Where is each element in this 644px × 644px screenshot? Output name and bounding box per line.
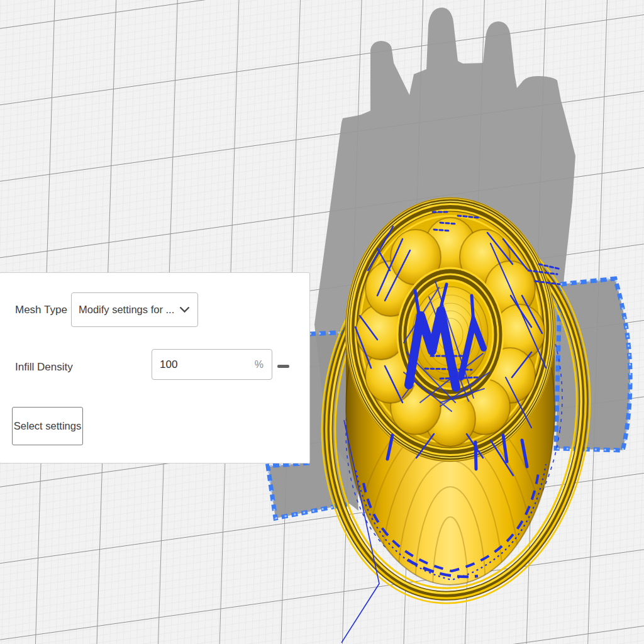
top-surface xyxy=(346,198,555,462)
mesh-type-dropdown[interactable]: Modify settings for ... xyxy=(71,292,198,327)
chevron-down-icon xyxy=(179,306,190,313)
infill-density-unit: % xyxy=(255,359,272,370)
per-model-settings-panel: Mesh Type Modify settings for ... Infill… xyxy=(0,272,310,464)
infill-density-field[interactable]: 100 % xyxy=(152,349,272,380)
select-settings-button[interactable]: Select settings xyxy=(12,407,83,445)
3d-viewport[interactable]: Mesh Type Modify settings for ... Infill… xyxy=(0,0,644,644)
mesh-type-value: Modify settings for ... xyxy=(72,304,177,316)
infill-density-value: 100 xyxy=(152,358,255,371)
minus-icon xyxy=(277,365,289,368)
mesh-type-label: Mesh Type xyxy=(15,304,67,316)
remove-setting-button[interactable] xyxy=(275,358,291,374)
infill-density-label: Infill Density xyxy=(15,361,73,374)
